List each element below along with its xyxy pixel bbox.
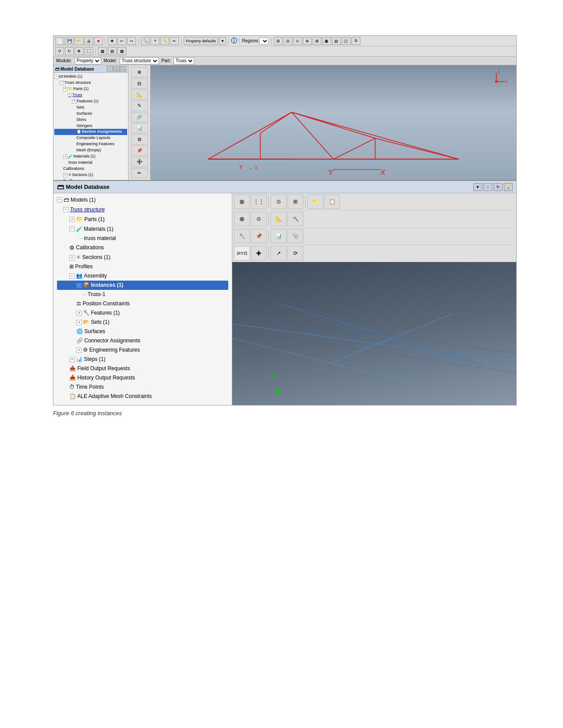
redo-btn[interactable]: ↪ bbox=[127, 37, 136, 45]
dropdown-arrow-btn[interactable]: ▼ bbox=[219, 37, 226, 45]
stop-btn[interactable]: ■ bbox=[94, 37, 103, 45]
save-btn[interactable]: 💾 bbox=[65, 37, 74, 45]
regions-select[interactable] bbox=[259, 38, 269, 45]
parts-big-exp[interactable]: + bbox=[69, 217, 75, 222]
new-file-btn[interactable]: 📄 bbox=[55, 37, 64, 45]
rtb-btn13[interactable]: 📊 bbox=[271, 229, 287, 243]
parts-expander[interactable]: + bbox=[63, 87, 68, 91]
mat-expander[interactable]: + bbox=[63, 154, 68, 159]
tree-profiles-small[interactable]: Profiles bbox=[54, 178, 127, 180]
rtb-btn17[interactable]: ⟳ bbox=[287, 246, 303, 260]
tree-materials[interactable]: + 🧪 Materials (1) bbox=[54, 154, 127, 160]
side-btn7[interactable]: ⚙ bbox=[131, 134, 148, 144]
node-calibrations[interactable]: ⚙ Calibrations bbox=[57, 243, 228, 253]
tree-features[interactable]: + Features (1) bbox=[54, 98, 127, 105]
refresh-btn[interactable]: ↻ bbox=[494, 183, 503, 191]
rtb-btn12[interactable]: 📌 bbox=[251, 229, 267, 243]
feat-expander[interactable]: + bbox=[72, 99, 76, 104]
rtb-btn8[interactable]: ⊙ bbox=[251, 212, 267, 226]
side-btn8[interactable]: 📌 bbox=[131, 146, 148, 156]
node-engineering-features[interactable]: + ⚙ Engineering Features bbox=[57, 345, 228, 355]
tree-mesh[interactable]: Mesh (Empty) bbox=[54, 147, 127, 154]
side-btn4[interactable]: ✎ bbox=[131, 101, 148, 111]
rtb-btn7[interactable]: ⊕ bbox=[234, 212, 250, 226]
tree-composite[interactable]: Composite Layouts bbox=[54, 135, 127, 141]
filter-btn[interactable]: ▼ bbox=[473, 183, 482, 191]
open-btn[interactable]: 📂 bbox=[75, 37, 83, 45]
node-truss1[interactable]: ─ Truss-1 bbox=[57, 290, 228, 299]
view-btn4[interactable]: ⊕ bbox=[303, 37, 312, 45]
model-select[interactable]: Truss structure bbox=[120, 57, 159, 64]
view-btn1[interactable]: ⊞ bbox=[274, 37, 283, 45]
rtb-btn5[interactable]: 📁 bbox=[307, 195, 323, 209]
tree-surfaces[interactable]: Surfaces bbox=[54, 111, 127, 117]
mat-big-exp[interactable]: − bbox=[69, 226, 75, 232]
print-btn[interactable]: 🖨 bbox=[84, 37, 93, 45]
node-sections[interactable]: + ⚛ Sections (1) bbox=[57, 253, 228, 262]
asm-big-exp[interactable]: − bbox=[69, 274, 75, 279]
node-position-constraints[interactable]: ⚖ Position Constraints bbox=[57, 299, 228, 308]
node-materials[interactable]: − 🧪 Materials (1) bbox=[57, 225, 228, 234]
node-profiles[interactable]: ⊞ Profiles bbox=[57, 262, 228, 271]
rtb-btn9[interactable]: 📐 bbox=[271, 212, 287, 226]
rtb-btn6[interactable]: 📋 bbox=[324, 195, 340, 209]
render-btn2[interactable]: ▨ bbox=[108, 47, 117, 55]
node-sets[interactable]: + 📂 Sets (1) bbox=[57, 318, 228, 327]
node-assembly[interactable]: − 👥 Assembly bbox=[57, 271, 228, 281]
tree-models[interactable]: − 🗃 Models (1) bbox=[54, 74, 127, 80]
side-btn2[interactable]: ⊟ bbox=[131, 78, 148, 88]
node-features[interactable]: + 🔧 Features (1) bbox=[57, 308, 228, 318]
models-expander[interactable]: − bbox=[54, 75, 59, 79]
side-btn6[interactable]: 📊 bbox=[131, 123, 148, 133]
view-btn5[interactable]: ⊠ bbox=[313, 37, 321, 45]
rtb-btn11[interactable]: 🔧 bbox=[234, 229, 250, 243]
node-steps[interactable]: + 📊 Steps (1) bbox=[57, 355, 228, 364]
tree-truss-structure[interactable]: − Truss structure bbox=[54, 80, 127, 86]
tree-skins[interactable]: Skins bbox=[54, 117, 127, 123]
view-btn3[interactable]: ⊙ bbox=[293, 37, 302, 45]
orbit2-btn[interactable]: ↻ bbox=[65, 47, 74, 55]
tree-stringers[interactable]: Stringers bbox=[54, 123, 127, 129]
rtb-btn2[interactable]: ⋮⋮ bbox=[251, 195, 267, 209]
view-btn6[interactable]: ▣ bbox=[322, 37, 331, 45]
fit-btn[interactable]: ⛶ bbox=[84, 47, 93, 55]
inst-big-exp[interactable]: − bbox=[76, 283, 82, 288]
part-select[interactable]: Truss bbox=[174, 57, 194, 64]
rtb-btn10[interactable]: 🔨 bbox=[287, 212, 303, 226]
measure-btn[interactable]: 📏 bbox=[160, 37, 169, 45]
rtb-btn15[interactable]: ✚ bbox=[251, 246, 267, 260]
node-parts[interactable]: + 📁 Parts (1) bbox=[57, 214, 228, 225]
side-btn1[interactable]: ⊕ bbox=[131, 67, 148, 77]
models-exp[interactable]: − bbox=[57, 197, 62, 203]
add-btn[interactable]: ✚ bbox=[108, 37, 117, 45]
orbit-btn[interactable]: ↺ bbox=[55, 47, 64, 55]
sketch-btn[interactable]: ✏ bbox=[170, 37, 179, 45]
render-btn1[interactable]: ▦ bbox=[98, 47, 107, 55]
tree-sections[interactable]: + ⚛ Sections (1) bbox=[54, 172, 127, 178]
node-ale[interactable]: 📋 ALE Adaptive Mesh Constraints bbox=[57, 392, 228, 401]
tree-truss-mat[interactable]: truss material bbox=[54, 160, 127, 166]
node-truss-structure[interactable]: − Truss structure bbox=[57, 205, 228, 214]
rtb-btn14[interactable]: 📎 bbox=[287, 229, 303, 243]
step-big-exp[interactable]: + bbox=[69, 357, 75, 362]
rtb-btn1[interactable]: ⊕ bbox=[234, 195, 250, 209]
tree-sets[interactable]: Sets bbox=[54, 105, 127, 111]
sec-expander[interactable]: + bbox=[63, 173, 68, 177]
node-truss-material[interactable]: ─ truss material bbox=[57, 234, 228, 243]
tree-eng-features[interactable]: Engineering Features bbox=[54, 141, 127, 147]
rtb-btn4[interactable]: ⊞ bbox=[287, 195, 303, 209]
sets-big-exp[interactable]: + bbox=[76, 320, 82, 325]
node-history-output[interactable]: 📥 History Output Requests bbox=[57, 373, 228, 383]
node-instances[interactable]: − 📦 Instances (1) bbox=[57, 281, 228, 290]
node-time-points[interactable]: ⏱ Time Points bbox=[57, 383, 228, 392]
sec-big-exp[interactable]: + bbox=[69, 255, 75, 260]
side-btn5[interactable]: 🔗 bbox=[131, 112, 148, 122]
node-field-output[interactable]: 📤 Field Output Requests bbox=[57, 364, 228, 373]
rtb-btn16[interactable]: ↗ bbox=[271, 246, 287, 260]
ef-big-exp[interactable]: + bbox=[76, 348, 82, 353]
undo-btn[interactable]: ↩ bbox=[117, 37, 126, 45]
rtb-btn3[interactable]: ⊙ bbox=[271, 195, 287, 209]
view-btn9[interactable]: ⧉ bbox=[351, 37, 360, 45]
expand-btn[interactable]: ↑ bbox=[484, 183, 492, 191]
node-connector-assignments[interactable]: 🔗 Connector Assignments bbox=[57, 336, 228, 345]
